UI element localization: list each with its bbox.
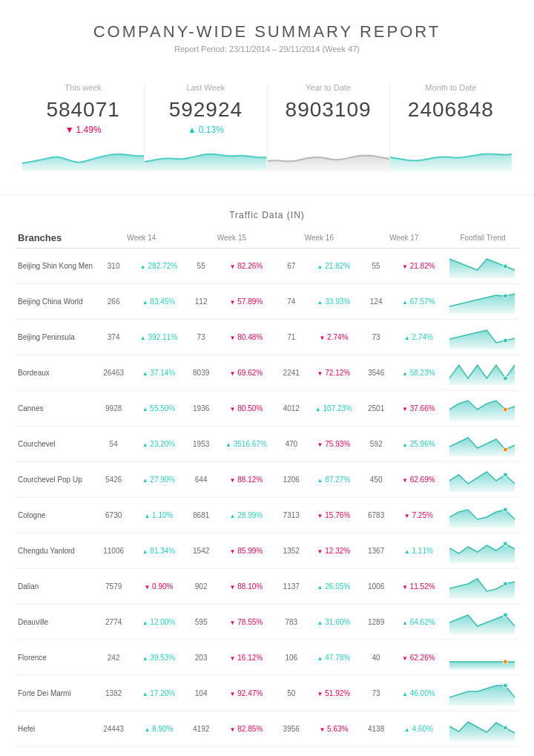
week-num-cell: 71 xyxy=(277,320,306,355)
week-num-cell: 73 xyxy=(362,320,391,355)
trend-arrow-icon: ▲ xyxy=(402,619,408,626)
week-num-cell: 106 xyxy=(277,640,306,676)
trend-arrow-icon: ▲ xyxy=(317,619,323,626)
trend-arrow-icon: ▲ xyxy=(315,406,321,412)
table-row: Courchevel 54 ▲ 23.20% 1953 ▲ 3516.67% 4… xyxy=(15,427,519,462)
table-row: Chengdu Yanlord 11006 ▲ 81.34% 1542 ▼ 85… xyxy=(15,533,519,569)
svg-point-8 xyxy=(503,542,507,546)
week-pct-cell: ▼ 82.26% xyxy=(216,249,277,284)
week-pct-cell: ▲ 8.90% xyxy=(131,711,186,747)
branch-name: Chengdu Yanlord xyxy=(15,533,96,569)
week-num-cell: 3956 xyxy=(277,711,306,747)
week-pct-cell: ▼ 82.85% xyxy=(216,711,277,747)
table-row: Florence 242 ▲ 39.53% 203 ▼ 16.12% 106 ▲ xyxy=(15,640,519,676)
trend-arrow-icon: ▼ xyxy=(317,548,323,555)
week-num-cell: 55 xyxy=(187,249,216,284)
trend-cell xyxy=(446,462,519,498)
svg-point-1 xyxy=(503,294,507,298)
card-ytd-value: 8903109 xyxy=(268,98,389,122)
week-num-cell: 55 xyxy=(362,249,391,284)
trend-arrow-icon: ▲ xyxy=(402,370,408,377)
week-pct-cell: ▼ 62.26% xyxy=(391,640,446,676)
svg-point-5 xyxy=(503,447,507,452)
trend-cell xyxy=(446,249,519,284)
svg-point-12 xyxy=(503,683,507,688)
trend-arrow-icon: ▼ xyxy=(230,691,236,697)
week-num-cell: 7579 xyxy=(96,569,131,605)
week-num-cell: 450 xyxy=(362,462,391,498)
week15-header: Week 15 xyxy=(187,228,277,249)
card-this-week-change: ▼ 1.49% xyxy=(22,125,144,135)
week-num-cell: 278 xyxy=(362,747,391,757)
trend-cell xyxy=(446,605,519,640)
week-pct-cell: ▲ 2.80% xyxy=(131,747,186,757)
table-row: Beijing Shin Kong Men 310 ▲ 282.72% 55 ▼… xyxy=(15,249,519,284)
trend-arrow-icon: ▼ xyxy=(402,406,408,412)
trend-arrow-icon: ▼ xyxy=(230,299,236,306)
week-pct-cell: ▼ 7.25% xyxy=(391,498,446,533)
trend-arrow-icon: ▼ xyxy=(402,655,408,662)
week-num-cell: 1206 xyxy=(277,462,306,498)
week-num-cell: 3546 xyxy=(362,355,391,391)
week-pct-cell: ▼ 11.52% xyxy=(391,569,446,605)
week-num-cell: 1382 xyxy=(96,676,131,711)
card-mtd-sparkline xyxy=(390,142,512,172)
table-row: Bordeaux 26463 ▲ 37.14% 8039 ▼ 69.62% 22… xyxy=(15,355,519,391)
trend-arrow-icon: ▲ xyxy=(142,548,148,555)
week-num-cell: 73 xyxy=(362,676,391,711)
trend-arrow-icon: ▲ xyxy=(144,513,150,519)
week-pct-cell: ▲ 1.11% xyxy=(391,533,446,569)
week-pct-cell: ▲ 23.20% xyxy=(131,427,186,462)
week-num-cell: 124 xyxy=(362,284,391,320)
trend-cell xyxy=(446,676,519,711)
branch-name: Beijing China World xyxy=(15,284,96,320)
card-this-week: This week 584071 ▼ 1.49% xyxy=(22,83,144,172)
week-pct-cell: ▼ 78.55% xyxy=(216,605,277,640)
week-num-cell: 1953 xyxy=(187,427,216,462)
trend-arrow-icon: ▼ xyxy=(402,584,408,591)
table-row: Courchevel Pop Up 5426 ▲ 27.90% 644 ▼ 88… xyxy=(15,462,519,498)
week-num-cell: 8681 xyxy=(187,498,216,533)
trend-arrow-icon: ▲ xyxy=(317,263,323,270)
week-num-cell: 1289 xyxy=(362,605,391,640)
week-num-cell: 278 xyxy=(187,747,216,757)
week-pct-cell: ▼ 86.36% xyxy=(216,747,277,757)
main-table-section: Traffic Data (IN) Branches Week 14 Week … xyxy=(0,195,534,756)
table-row: Jinan Guihe 2038 ▲ 2.80% 278 ▼ 86.36% 22… xyxy=(15,747,519,757)
week-num-cell: 5426 xyxy=(96,462,131,498)
svg-point-6 xyxy=(503,473,507,477)
table-row: Beijing China World 266 ▲ 83.45% 112 ▼ 5… xyxy=(15,284,519,320)
trend-arrow-icon: ▲ xyxy=(140,263,146,270)
week-pct-cell: ▲ 46.00% xyxy=(391,676,446,711)
report-period: Report Period: 23/11/2014 – 29/11/2014 (… xyxy=(0,45,534,53)
arrow-up-icon: ▲ xyxy=(188,125,197,135)
week-num-cell: 50 xyxy=(277,676,306,711)
week-num-cell: 203 xyxy=(187,640,216,676)
week-num-cell: 4012 xyxy=(277,391,306,427)
trend-arrow-icon: ▼ xyxy=(230,406,236,412)
week-num-cell: 67 xyxy=(277,249,306,284)
table-row: Forte Dei Marmi 1382 ▲ 17.20% 104 ▼ 92.4… xyxy=(15,676,519,711)
trend-arrow-icon: ▼ xyxy=(402,477,408,484)
week-pct-cell: ▲ 21.82% xyxy=(306,249,361,284)
week-pct-cell: ▼ 88.12% xyxy=(216,462,277,498)
week-pct-cell: ▼ 15.76% xyxy=(306,498,361,533)
week-num-cell: 8039 xyxy=(187,355,216,391)
card-this-week-sparkline xyxy=(22,141,144,171)
branch-name: Florence xyxy=(15,640,96,676)
svg-point-0 xyxy=(503,264,507,269)
week-num-cell: 242 xyxy=(96,640,131,676)
week-pct-cell: ▼ 72.12% xyxy=(306,355,361,391)
week-pct-cell: ▲ 3516.67% xyxy=(216,427,277,462)
week-num-cell: 592 xyxy=(362,427,391,462)
week-pct-cell: ▼ 5.63% xyxy=(306,711,361,747)
svg-point-9 xyxy=(503,582,507,586)
branch-name: Forte Dei Marmi xyxy=(15,676,96,711)
week-pct-cell: ▲ 282.72% xyxy=(131,249,186,284)
week-num-cell: 223 xyxy=(277,747,306,757)
week-pct-cell: ▼ 0.90% xyxy=(131,569,186,605)
week-num-cell: 40 xyxy=(362,640,391,676)
week-num-cell: 6783 xyxy=(362,498,391,533)
branch-name: Hefei xyxy=(15,711,96,747)
week-num-cell: 24443 xyxy=(96,711,131,747)
